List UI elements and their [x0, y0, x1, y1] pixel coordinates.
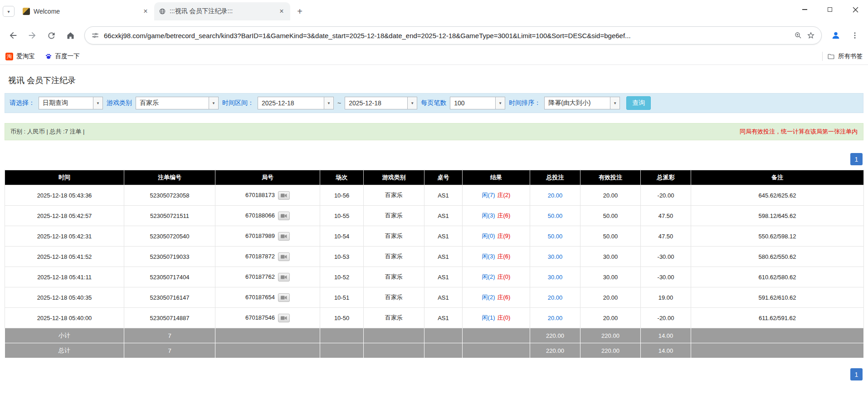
- cell-valid-bet: 30.00: [580, 247, 641, 267]
- total-bet-link[interactable]: 20.00: [548, 192, 563, 199]
- chevron-down-icon[interactable]: ▼: [407, 97, 417, 109]
- cell-session: 10-56: [320, 185, 364, 206]
- cell-remark: 610.62/580.62: [691, 267, 864, 287]
- cell-table: AS1: [424, 287, 463, 308]
- bookmarks-separator: [822, 52, 823, 61]
- game-type-value: 百家乐: [136, 97, 209, 109]
- replay-video-button[interactable]: [278, 191, 290, 200]
- round-number: 670187546: [245, 314, 275, 321]
- back-button[interactable]: [5, 27, 22, 44]
- total-valid-bet: 220.00: [580, 343, 641, 358]
- replay-video-button[interactable]: [278, 314, 290, 322]
- globe-icon: [159, 8, 166, 15]
- cell-payout: -20.00: [641, 308, 691, 328]
- reload-button[interactable]: [43, 27, 60, 44]
- page-size-select[interactable]: 100 ▼: [450, 97, 505, 109]
- table-row: 2025-12-18 05:43:36 523050723058 6701881…: [5, 185, 864, 206]
- tab-search-button[interactable]: ▾: [3, 6, 15, 17]
- zoom-icon[interactable]: [794, 31, 802, 40]
- cell-bet-id: 523050717404: [124, 267, 215, 287]
- info-bar: 币别 : 人民币 | 总共 :7 注单 | 同局有效投注，统一计算在该局第一张注…: [5, 123, 863, 140]
- chevron-down-icon[interactable]: ▼: [324, 97, 333, 109]
- cell-remark: 580.62/550.62: [691, 247, 864, 267]
- chevron-down-icon[interactable]: ▼: [495, 97, 505, 109]
- date-tilde: ~: [337, 99, 341, 107]
- cell-time: 2025-12-18 05:41:11: [5, 267, 124, 287]
- new-tab-button[interactable]: +: [293, 5, 307, 18]
- subtotal-total-bet: 220.00: [530, 328, 580, 343]
- tab-close-icon[interactable]: ×: [278, 7, 286, 15]
- cell-round: 670187762: [215, 267, 320, 287]
- game-type-label: 游戏类别: [107, 99, 132, 107]
- url-text[interactable]: 66cxkj98.com/game/betrecord_search/kind3…: [104, 32, 790, 40]
- header-time: 时间: [5, 170, 124, 185]
- date-end-select[interactable]: 2025-12-18 ▼: [345, 97, 417, 109]
- bookmarks-bar: 淘 爱淘宝 百度一下 所有书签: [0, 48, 868, 65]
- home-button[interactable]: [62, 27, 79, 44]
- tab-close-icon[interactable]: ×: [141, 7, 150, 15]
- chevron-down-icon[interactable]: ▼: [209, 97, 218, 109]
- cell-round: 670188173: [215, 185, 320, 206]
- query-type-select[interactable]: 日期查询 ▼: [39, 97, 103, 109]
- round-number: 670187654: [245, 293, 275, 300]
- total-bet-link[interactable]: 50.00: [548, 212, 563, 219]
- tab-welcome[interactable]: Welcome ×: [18, 2, 154, 20]
- maximize-button[interactable]: [817, 0, 843, 19]
- replay-video-button[interactable]: [278, 293, 290, 302]
- bookmark-baidu[interactable]: 百度一下: [45, 52, 80, 60]
- total-bet-link[interactable]: 30.00: [548, 253, 563, 260]
- pagination-top: 1: [0, 153, 863, 165]
- bookmark-aitaobao[interactable]: 淘 爱淘宝: [5, 52, 35, 60]
- tab-betrecord[interactable]: :::视讯 会员下注纪录::: ×: [154, 2, 290, 20]
- total-bet-link[interactable]: 50.00: [548, 233, 563, 240]
- forward-button[interactable]: [24, 27, 41, 44]
- total-bet-link[interactable]: 20.00: [548, 315, 563, 321]
- page-size-value: 100: [450, 97, 495, 109]
- total-total-bet: 220.00: [530, 343, 580, 358]
- cell-game: 百家乐: [364, 267, 424, 287]
- query-button[interactable]: 查询: [626, 96, 651, 110]
- close-button[interactable]: [843, 0, 868, 19]
- cell-total-bet: 20.00: [530, 185, 580, 206]
- cell-result: 闲(2)庄(6): [463, 287, 530, 308]
- cell-time: 2025-12-18 05:40:35: [5, 287, 124, 308]
- chevron-down-icon[interactable]: ▼: [610, 97, 619, 109]
- cell-session: 10-53: [320, 247, 364, 267]
- total-bet-link[interactable]: 30.00: [548, 274, 563, 281]
- cell-payout: 47.50: [641, 206, 691, 226]
- header-result: 结果: [463, 170, 530, 185]
- all-bookmarks-label: 所有书签: [838, 52, 863, 60]
- page-1-button[interactable]: 1: [850, 368, 863, 380]
- cell-round: 670187872: [215, 247, 320, 267]
- cell-total-bet: 50.00: [530, 226, 580, 247]
- cell-round: 670187654: [215, 287, 320, 308]
- menu-kebab-icon[interactable]: [846, 27, 863, 44]
- all-bookmarks-button[interactable]: 所有书签: [827, 52, 863, 60]
- minimize-button[interactable]: [792, 0, 817, 19]
- page-1-button[interactable]: 1: [850, 153, 863, 165]
- game-type-select[interactable]: 百家乐 ▼: [136, 97, 219, 109]
- date-start-select[interactable]: 2025-12-18 ▼: [258, 97, 334, 109]
- address-bar[interactable]: 66cxkj98.com/game/betrecord_search/kind3…: [84, 26, 822, 44]
- cell-game: 百家乐: [364, 185, 424, 206]
- subtotal-count: 7: [124, 328, 215, 343]
- result-banker: 庄(6): [497, 253, 511, 260]
- site-settings-icon[interactable]: [91, 31, 99, 40]
- cell-table: AS1: [424, 247, 463, 267]
- replay-video-button[interactable]: [278, 212, 290, 220]
- replay-video-button[interactable]: [278, 232, 290, 241]
- cell-time: 2025-12-18 05:43:36: [5, 185, 124, 206]
- replay-video-button[interactable]: [278, 252, 290, 261]
- profile-icon[interactable]: [827, 27, 844, 44]
- replay-video-button[interactable]: [278, 273, 290, 282]
- tab-title: :::视讯 会员下注纪录:::: [170, 7, 274, 15]
- total-bet-link[interactable]: 20.00: [548, 294, 563, 301]
- sort-select[interactable]: 降幂(由大到小) ▼: [544, 97, 620, 109]
- header-valid-bet: 有效投注: [580, 170, 641, 185]
- total-payout: 14.00: [641, 343, 691, 358]
- chevron-down-icon[interactable]: ▼: [93, 97, 102, 109]
- header-session: 场次: [320, 170, 364, 185]
- bookmark-label: 爱淘宝: [16, 52, 35, 60]
- pagination-bottom: 1: [0, 368, 863, 380]
- bookmark-star-icon[interactable]: [807, 31, 815, 40]
